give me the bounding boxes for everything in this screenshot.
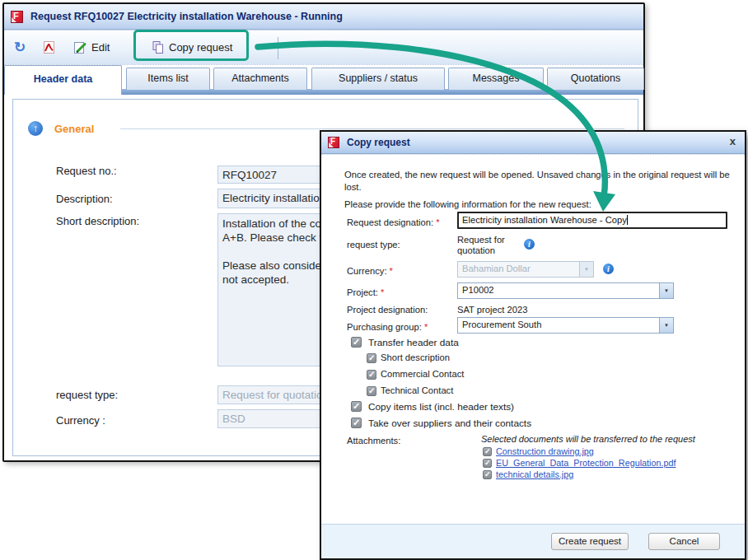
section-heading: General <box>54 123 94 135</box>
dialog-request-type-value: Request for quotation <box>457 235 527 256</box>
refresh-button[interactable]: ↻ <box>14 30 26 64</box>
request-type-label: request type: <box>56 389 118 401</box>
tab-header-data[interactable]: Header data <box>4 65 122 95</box>
attachment-checkbox[interactable] <box>483 470 492 479</box>
toolbar: ↻ Edit Copy <box>4 30 643 65</box>
dialog-footer: Create request Cancel <box>321 524 745 558</box>
currency-info-icon[interactable]: i <box>603 264 614 274</box>
refresh-icon: ↻ <box>14 40 26 54</box>
take-over-suppliers-checkbox[interactable] <box>351 418 362 428</box>
description-label: Description: <box>56 193 113 205</box>
attachments-label: Attachments: <box>347 436 400 446</box>
screenshot-canvas: F Request RFQ10027 Electricity installat… <box>0 0 748 560</box>
dropdown-arrow-icon[interactable]: ▼ <box>659 318 673 333</box>
commercial-contact-checkbox[interactable] <box>367 370 376 380</box>
attachment-link[interactable]: technical details.jpg <box>496 469 573 479</box>
project-designation-label: Project designation: <box>347 305 428 315</box>
collapse-section-icon[interactable]: ↑ <box>28 121 43 136</box>
edit-button-label: Edit <box>91 41 110 54</box>
tab-strip: Header data Items list Attachments Suppl… <box>4 65 643 95</box>
app-logo-icon: F <box>328 137 339 148</box>
commercial-contact-checkbox-label: Commercial Contact <box>381 369 464 379</box>
currency-dropdown: Bahamian Dollar▼ <box>457 261 594 278</box>
tab-suppliers-status[interactable]: Suppliers / status <box>311 68 445 90</box>
tab-quotations[interactable]: Quotations <box>547 68 644 90</box>
create-request-button[interactable]: Create request <box>551 533 629 550</box>
project-dropdown[interactable]: P10002▼ <box>457 282 674 299</box>
pdf-export-button[interactable] <box>42 30 56 64</box>
app-logo-icon: F <box>11 11 23 23</box>
edit-icon <box>73 40 87 54</box>
attachment-link[interactable]: EU_General_Data_Protection_Regulation.pd… <box>496 458 676 468</box>
edit-button[interactable]: Edit <box>73 30 110 64</box>
dropdown-arrow-icon: ▼ <box>579 262 593 277</box>
attachment-checkbox[interactable] <box>483 447 492 456</box>
close-icon[interactable]: x <box>730 135 736 147</box>
take-over-suppliers-label: Take over suppliers and their contacts <box>368 418 531 429</box>
copy-request-dialog: F Copy request x Once created, the new r… <box>320 130 746 560</box>
toolbar-separator <box>278 37 278 59</box>
short-description-checkbox[interactable] <box>367 353 376 363</box>
tab-messages[interactable]: Messages <box>448 68 544 90</box>
tab-items-list[interactable]: Items list <box>126 68 210 90</box>
copy-request-button-label: Copy request <box>169 41 232 54</box>
attachment-checkbox[interactable] <box>483 459 492 468</box>
request-no-label: Request no.: <box>56 165 117 177</box>
short-description-checkbox-label: Short description <box>381 352 450 362</box>
purchasing-group-label: Purchasing group: * <box>347 322 428 332</box>
dialog-intro-text: Once created, the new request will be op… <box>344 169 730 194</box>
technical-contact-checkbox-label: Technical Contact <box>381 385 453 395</box>
section-divider <box>120 128 624 129</box>
request-type-info-icon[interactable]: i <box>524 239 535 250</box>
cancel-button[interactable]: Cancel <box>648 533 720 550</box>
dialog-currency-label: Currency: * <box>347 266 393 276</box>
request-designation-label: Request designation: * <box>347 217 440 227</box>
copy-items-list-label: Copy items list (incl. header texts) <box>368 401 514 413</box>
window-title: Request RFQ10027 Electricity installatio… <box>30 11 343 22</box>
request-designation-input[interactable]: Electricity installation Warehouse - Cop… <box>457 212 727 229</box>
dialog-body: Once created, the new request will be op… <box>321 154 745 524</box>
transfer-header-data-checkbox[interactable] <box>351 337 362 348</box>
short-description-label: Short description: <box>56 215 139 227</box>
dialog-titlebar: F Copy request x <box>321 132 745 154</box>
dialog-request-type-label: request type: <box>347 240 400 250</box>
dialog-title: Copy request <box>347 137 410 148</box>
dialog-instruction-text: Please provide the following information… <box>344 198 730 211</box>
currency-label: Currency : <box>56 414 105 427</box>
text-caret <box>627 215 628 225</box>
window-titlebar: F Request RFQ10027 Electricity installat… <box>4 4 643 30</box>
tab-attachments[interactable]: Attachments <box>213 68 307 90</box>
copy-request-button[interactable]: Copy request <box>151 30 232 64</box>
project-label: Project: * <box>347 287 384 297</box>
technical-contact-checkbox[interactable] <box>367 386 376 396</box>
dropdown-arrow-icon[interactable]: ▼ <box>659 283 673 298</box>
pdf-icon <box>42 40 56 54</box>
purchasing-group-dropdown[interactable]: Procurement South▼ <box>457 317 674 334</box>
copy-items-list-checkbox[interactable] <box>351 401 362 412</box>
attachments-note: Selected documents will be transferred t… <box>481 434 695 444</box>
project-designation-value: SAT project 2023 <box>457 305 527 315</box>
transfer-header-data-label: Transfer header data <box>368 337 459 348</box>
copy-icon <box>151 40 165 54</box>
attachment-link[interactable]: Construction drawing.jpg <box>496 446 594 456</box>
